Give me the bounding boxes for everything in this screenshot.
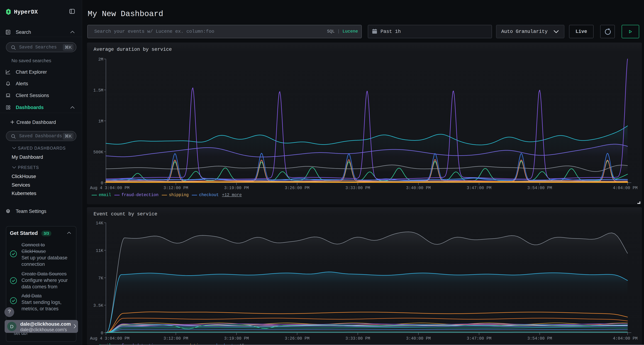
svg-text:3:33:00 PM: 3:33:00 PM [346, 186, 370, 190]
svg-text:1M: 1M [98, 119, 103, 124]
svg-text:2M: 2M [98, 57, 103, 62]
svg-text:1.5M: 1.5M [94, 88, 103, 93]
svg-text:3:33:00 PM: 3:33:00 PM [346, 336, 370, 341]
svg-text:14K: 14K [96, 221, 104, 226]
svg-text:3:12:00 PM: 3:12:00 PM [164, 186, 188, 190]
svg-text:0: 0 [101, 331, 103, 336]
svg-text:3:47:00 PM: 3:47:00 PM [467, 186, 492, 190]
svg-text:3:54:00 PM: 3:54:00 PM [527, 186, 552, 190]
svg-text:3:12:00 PM: 3:12:00 PM [164, 336, 188, 341]
svg-text:3:47:00 PM: 3:47:00 PM [467, 336, 492, 341]
svg-text:3:19:00 PM: 3:19:00 PM [224, 336, 249, 341]
svg-text:3:40:00 PM: 3:40:00 PM [406, 336, 431, 341]
svg-text:3:19:00 PM: 3:19:00 PM [224, 186, 249, 190]
svg-text:Aug 4 3:04:00 PM: Aug 4 3:04:00 PM [90, 186, 130, 190]
svg-text:11K: 11K [96, 249, 104, 253]
svg-text:0: 0 [101, 181, 103, 186]
svg-text:3:26:00 PM: 3:26:00 PM [285, 186, 310, 190]
svg-text:3:54:00 PM: 3:54:00 PM [527, 336, 552, 341]
svg-text:3.5K: 3.5K [94, 303, 103, 308]
svg-text:500K: 500K [94, 150, 103, 155]
svg-text:4:04:00 PM: 4:04:00 PM [613, 336, 638, 341]
svg-text:4:04:00 PM: 4:04:00 PM [613, 186, 638, 190]
svg-text:7K: 7K [98, 276, 103, 281]
svg-text:3:40:00 PM: 3:40:00 PM [406, 186, 431, 190]
svg-text:3:26:00 PM: 3:26:00 PM [285, 336, 310, 341]
svg-text:Aug 4 3:04:00 PM: Aug 4 3:04:00 PM [90, 336, 130, 341]
